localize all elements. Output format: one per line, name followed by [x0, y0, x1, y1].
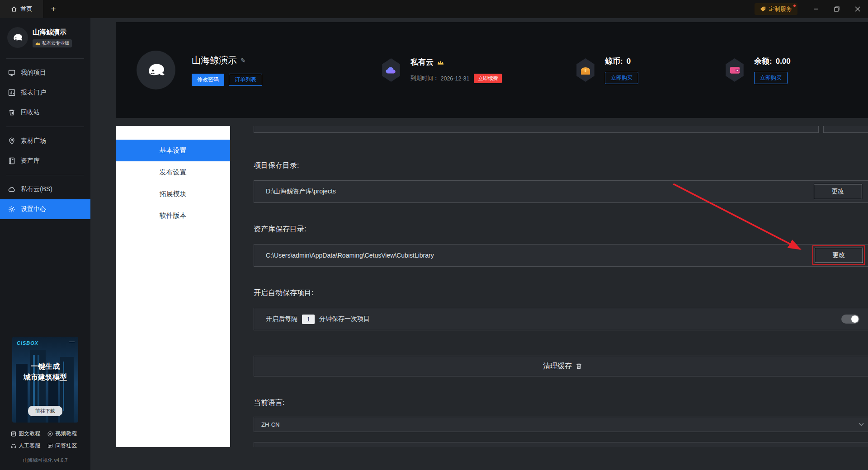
home-icon: [11, 6, 17, 12]
autosave-label: 开启自动保存项目:: [254, 288, 868, 298]
private-cloud-section: 私有云 到期时间： 2026-12-31 立即续费: [381, 57, 575, 83]
promo-download-button[interactable]: 前往下载: [28, 406, 62, 416]
annotation-highlight-box: 更改: [812, 245, 865, 265]
library-dir-value: C:\Users\admin\AppData\Roaming\CetusView…: [266, 252, 434, 259]
clipped-field-bottom: [254, 442, 868, 447]
settings-tabs: 基本设置 发布设置 拓展模块 软件版本: [116, 126, 230, 447]
tab-software-version[interactable]: 软件版本: [116, 205, 230, 226]
tab-publish-settings[interactable]: 发布设置: [116, 161, 230, 183]
project-dir-field: D:\山海鲸资产库\projects 更改: [254, 180, 868, 203]
sidebar-item-label: 回收站: [21, 108, 40, 117]
user-plan-label: 私有云专业版: [42, 40, 69, 47]
buy-coin-button[interactable]: 立即购买: [605, 72, 638, 84]
edit-name-icon[interactable]: ✎: [241, 57, 246, 64]
tab-basic-settings[interactable]: 基本设置: [116, 140, 230, 161]
autosave-text-before: 开启后每隔: [266, 315, 297, 323]
trash-icon: [8, 109, 15, 116]
wallet-hex-icon: [724, 58, 745, 82]
promo-brand-logo: CISBOX: [17, 340, 38, 346]
language-value: ZH-CN: [261, 421, 279, 428]
tab-home[interactable]: 首页: [0, 0, 43, 18]
expire-label: 到期时间：: [410, 75, 439, 82]
clipped-button: [823, 126, 868, 133]
project-dir-change-button[interactable]: 更改: [814, 184, 862, 199]
account-header-card: 山海鲸演示 ✎ 修改密码 订单列表 私有云: [116, 22, 868, 118]
language-select[interactable]: ZH-CN: [254, 417, 868, 432]
sidebar-item-label: 报表门户: [21, 89, 46, 97]
autosave-interval-input[interactable]: [302, 315, 315, 324]
sidebar-divider: [6, 127, 84, 127]
sidebar-item-label: 素材广场: [21, 137, 46, 145]
book-icon: [8, 157, 15, 164]
link-video-tutorial[interactable]: 视频教程: [47, 430, 81, 437]
autosave-toggle[interactable]: [841, 315, 859, 324]
restore-button[interactable]: [826, 0, 847, 18]
crown-icon: [437, 60, 444, 65]
balance-value: 0.00: [776, 57, 791, 66]
library-dir-field: C:\Users\admin\AppData\Roaming\CetusView…: [254, 244, 868, 267]
app-version: 山海鲸可视化 v4.6.7: [0, 457, 90, 464]
main-content: 山海鲸演示 ✎ 修改密码 订单列表 私有云: [90, 18, 868, 470]
settings-content: 项目保存目录: D:\山海鲸资产库\projects 更改 资产库保存目录: C…: [254, 126, 868, 447]
balance-section: 余额: 0.00 立即购买: [724, 56, 851, 84]
sidebar-item-report-portal[interactable]: 报表门户: [0, 83, 90, 103]
link-text-tutorial[interactable]: 图文教程: [11, 430, 45, 437]
minimize-icon: [813, 6, 819, 12]
library-dir-label: 资产库保存目录:: [254, 225, 868, 234]
bar-chart-icon: [8, 89, 15, 96]
user-plan-badge: 私有云专业版: [33, 39, 72, 47]
close-icon: [855, 6, 860, 12]
link-community[interactable]: 问答社区: [47, 442, 81, 450]
avatar[interactable]: [7, 27, 28, 48]
user-profile: 山海鲸演示 私有云专业版: [0, 18, 90, 54]
cloud-icon: [8, 186, 15, 193]
sidebar-item-label: 我的项目: [21, 69, 46, 77]
autosave-text-after: 分钟保存一次项目: [319, 315, 370, 323]
cloud-hex-icon: [381, 58, 401, 82]
account-name: 山海鲸演示: [192, 54, 237, 66]
toggle-knob: [851, 315, 859, 323]
link-support[interactable]: 人工客服: [11, 442, 45, 450]
trash-icon: [576, 363, 582, 370]
minimize-button[interactable]: [806, 0, 826, 18]
autosave-field: 开启后每隔 分钟保存一次项目: [254, 308, 868, 330]
tab-extension-modules[interactable]: 拓展模块: [116, 183, 230, 205]
promo-card[interactable]: CISBOX — 一键生成 城市建筑模型 前往下载: [12, 337, 78, 423]
custom-service-label: 定制服务: [769, 5, 792, 13]
project-dir-label: 项目保存目录:: [254, 161, 868, 170]
clipped-input: [254, 126, 819, 133]
sidebar-divider: [6, 58, 84, 59]
notification-dot: [793, 5, 796, 7]
sidebar-item-asset-library[interactable]: 资产库: [0, 151, 90, 171]
sidebar-item-private-cloud[interactable]: 私有云(BS): [0, 179, 90, 199]
sidebar: 山海鲸演示 私有云专业版 我的项目 报表门户 回收站 素材广场: [0, 18, 90, 470]
sidebar-divider: [6, 175, 84, 175]
account-avatar: [137, 51, 175, 89]
library-dir-change-button[interactable]: 更改: [815, 248, 863, 263]
language-label: 当前语言:: [254, 398, 868, 408]
new-tab-button[interactable]: +: [43, 0, 63, 18]
monitor-icon: [8, 69, 15, 76]
buy-balance-button[interactable]: 立即购买: [754, 72, 788, 84]
promo-title: 一键生成 城市建筑模型: [24, 361, 67, 383]
project-dir-value: D:\山海鲸资产库\projects: [266, 188, 336, 196]
sidebar-item-my-projects[interactable]: 我的项目: [0, 63, 90, 83]
promo-collapse-button[interactable]: —: [69, 338, 75, 345]
custom-service-button[interactable]: 定制服务: [755, 3, 797, 15]
close-button[interactable]: [847, 0, 868, 18]
titlebar: 首页 + 定制服务: [0, 0, 868, 18]
clear-cache-button[interactable]: 清理缓存: [254, 356, 868, 376]
renew-button[interactable]: 立即续费: [474, 74, 502, 83]
sidebar-item-settings-center[interactable]: 设置中心: [0, 199, 90, 219]
whale-icon: [11, 31, 24, 44]
sidebar-item-material-plaza[interactable]: 素材广场: [0, 131, 90, 151]
sidebar-item-recycle-bin[interactable]: 回收站: [0, 103, 90, 122]
change-password-button[interactable]: 修改密码: [192, 74, 224, 86]
play-circle-icon: [47, 431, 53, 437]
sidebar-item-label: 设置中心: [21, 205, 46, 213]
expire-date: 2026-12-31: [441, 75, 470, 82]
coin-label: 鲸币:: [605, 56, 623, 66]
user-name: 山海鲸演示: [33, 28, 72, 37]
gear-icon: [8, 206, 15, 213]
order-list-button[interactable]: 订单列表: [229, 74, 262, 86]
